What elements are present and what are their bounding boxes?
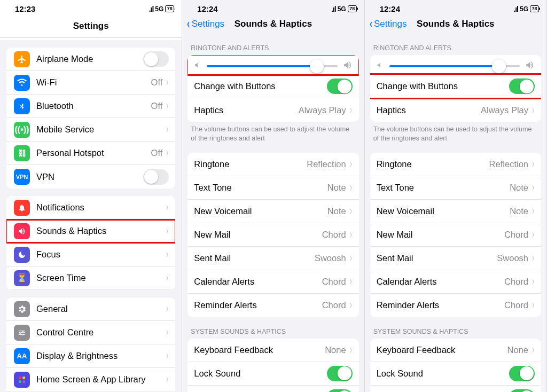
chevron-right-icon: › [166, 326, 168, 339]
sound-row-new-voicemail[interactable]: New Voicemail Note › [370, 200, 541, 223]
row-label: Notifications [36, 202, 166, 213]
settings-row-vpn[interactable]: VPN VPN [6, 165, 175, 189]
settings-row-general[interactable]: General› [6, 297, 175, 321]
chevron-right-icon: › [532, 299, 534, 312]
chevron-right-icon: › [532, 103, 534, 116]
settings-row-focus[interactable]: Focus› [6, 243, 175, 266]
row-label: Airplane Mode [36, 54, 143, 64]
settings-row-personal-hotspot[interactable]: ⛓ Personal HotspotOff› [6, 142, 175, 165]
back-button[interactable]: ‹ Settings [186, 17, 224, 31]
system-row-lock-sound[interactable]: Lock Sound [370, 362, 541, 386]
row-label: Keyboard Feedback [194, 345, 325, 355]
sound-row-calendar-alerts[interactable]: Calendar Alerts Chord › [370, 270, 541, 294]
airplane-mode-toggle[interactable] [143, 51, 169, 67]
sound-row-new-voicemail[interactable]: New Voicemail Note › [187, 200, 358, 223]
sound-row-reminder-alerts[interactable]: Reminder Alerts Chord › [187, 294, 358, 317]
row-value: Note [510, 183, 528, 193]
row-label: Reminder Alerts [377, 300, 504, 310]
page-title: Sounds & Haptics [235, 19, 312, 29]
system-row-lock-sound[interactable]: Lock Sound [187, 362, 358, 386]
volume-slider-row[interactable] [187, 55, 358, 75]
volume-slider-track [389, 65, 520, 67]
lock-sound-toggle[interactable] [509, 366, 535, 381]
sound-row-ringtone[interactable]: Ringtone Reflection › [370, 153, 541, 176]
system-row-system-haptics[interactable]: System Haptics [187, 386, 358, 392]
chevron-right-icon: › [350, 181, 352, 194]
sound-row-calendar-alerts[interactable]: Calendar Alerts Chord › [187, 270, 358, 294]
chevron-right-icon: › [166, 146, 168, 160]
row-label: Control Centre [36, 327, 166, 338]
change-with-buttons-toggle[interactable] [509, 79, 535, 94]
sound-row-sent-mail[interactable]: Sent Mail Swoosh › [187, 247, 358, 270]
nav-title-bar: ‹ Settings Sounds & Haptics [365, 14, 546, 34]
settings-row-home-screen-app-library[interactable]: Home Screen & App Library› [6, 368, 175, 391]
row-label: Screen Time [36, 273, 166, 283]
row-label: Focus [36, 249, 166, 260]
change-with-buttons-row[interactable]: Change with Buttons [370, 75, 541, 98]
system-row-keyboard-feedback[interactable]: Keyboard Feedback None› [187, 339, 358, 362]
slider-thumb [310, 59, 324, 73]
settings-row-notifications[interactable]: Notifications› [6, 196, 175, 219]
signal-bars-icon: .ıl [331, 5, 336, 13]
row-label: Calendar Alerts [377, 277, 504, 287]
screen-settings: 12:23 .ıl 5G 78 Settings Airplane Mode W… [0, 0, 182, 392]
system-haptics-toggle[interactable] [509, 389, 535, 392]
status-bar: 12:23 .ıl 5G 78 [0, 0, 182, 14]
row-label: Ringtone [194, 159, 307, 169]
chevron-right-icon: › [166, 201, 168, 214]
settings-row-bluetooth[interactable]: BluetoothOff› [6, 95, 175, 118]
settings-row-wi-fi[interactable]: Wi-FiOff› [6, 71, 175, 95]
vpn-toggle[interactable] [143, 169, 169, 185]
system-row-system-haptics[interactable]: System Haptics [370, 386, 541, 392]
haptics-row[interactable]: Haptics Always Play › [187, 98, 358, 122]
sound-row-text-tone[interactable]: Text Tone Note › [187, 176, 358, 200]
row-value: Reflection [489, 159, 528, 169]
page-title: Sounds & Haptics [417, 19, 494, 29]
chevron-right-icon: › [166, 76, 168, 89]
row-label: Sent Mail [194, 253, 315, 263]
row-value: Note [327, 183, 346, 193]
row-label: New Mail [194, 230, 322, 240]
wifi-icon [14, 75, 30, 91]
sound-row-new-mail[interactable]: New Mail Chord › [370, 223, 541, 247]
change-with-buttons-toggle[interactable] [327, 79, 353, 94]
settings-row-sounds-haptics[interactable]: Sounds & Haptics› [6, 219, 175, 243]
sound-row-reminder-alerts[interactable]: Reminder Alerts Chord › [370, 294, 541, 317]
section-header-system: SYSTEM SOUNDS & HAPTICS [365, 317, 546, 339]
nav-title-bar: Settings [0, 14, 182, 38]
sound-row-text-tone[interactable]: Text Tone Note › [370, 176, 541, 200]
lock-sound-toggle[interactable] [327, 366, 353, 381]
chevron-right-icon: › [166, 349, 168, 363]
row-label: Lock Sound [377, 369, 509, 379]
chevron-right-icon: › [166, 248, 168, 261]
sound-row-ringtone[interactable]: Ringtone Reflection › [187, 153, 358, 176]
chevron-right-icon: › [532, 158, 534, 171]
row-label: Text Tone [377, 183, 510, 193]
svg-rect-3 [22, 380, 25, 383]
back-button[interactable]: ‹ Settings [369, 17, 407, 31]
settings-row-mobile-service[interactable]: ((•)) Mobile Service› [6, 118, 175, 142]
back-label: Settings [374, 19, 407, 29]
change-with-buttons-row[interactable]: Change with Buttons [187, 75, 358, 98]
bell-icon [14, 200, 30, 216]
row-label: VPN [36, 172, 143, 182]
settings-row-display-brightness[interactable]: AA Display & Brightness› [6, 344, 175, 368]
status-time: 12:24 [197, 4, 217, 13]
chevron-right-icon: › [350, 299, 352, 312]
settings-row-screen-time[interactable]: ⏳ Screen Time› [6, 266, 175, 290]
haptics-row[interactable]: Haptics Always Play › [370, 98, 541, 122]
screen-sounds-2: 12:24 .ıl 5G 78 ‹ Settings Sounds & Hapt… [365, 0, 547, 392]
row-label: Haptics [194, 105, 298, 115]
sound-row-sent-mail[interactable]: Sent Mail Swoosh › [370, 247, 541, 270]
settings-row-control-centre[interactable]: Control Centre› [6, 321, 175, 344]
network-type: 5G [338, 5, 346, 13]
volume-slider-row[interactable] [370, 55, 541, 75]
system-haptics-toggle[interactable] [327, 389, 353, 392]
row-label: Reminder Alerts [194, 300, 322, 310]
section-footer: The volume buttons can be used to adjust… [182, 122, 364, 145]
row-value: Off [151, 101, 163, 111]
settings-row-airplane-mode[interactable]: Airplane Mode [6, 48, 175, 71]
system-row-keyboard-feedback[interactable]: Keyboard Feedback None› [370, 339, 541, 362]
sound-row-new-mail[interactable]: New Mail Chord › [187, 223, 358, 247]
chevron-left-icon: ‹ [187, 17, 190, 31]
